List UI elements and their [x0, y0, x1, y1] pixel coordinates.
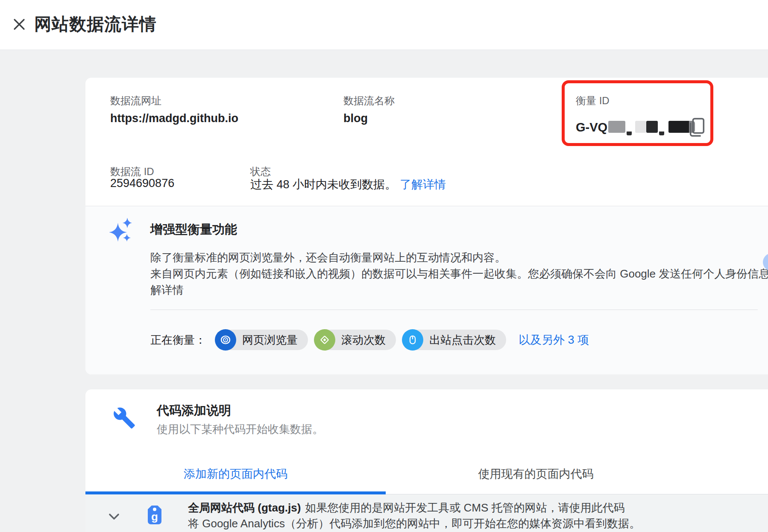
- gtag-expander-row[interactable]: g 全局网站代码 (gtag.js)如果您使用的是网站开发工具或 CMS 托管的…: [85, 494, 768, 532]
- badge-label: 出站点击次数: [429, 333, 496, 348]
- gtag-icon: g: [148, 506, 161, 524]
- outbound-click-icon: [402, 329, 423, 351]
- copy-icon[interactable]: [687, 117, 706, 138]
- badge-pageviews: 网页浏览量: [215, 330, 308, 350]
- redaction-box: [608, 121, 625, 133]
- tagging-subtitle: 使用以下某种代码开始收集数据。: [157, 422, 323, 437]
- stream-id-value: 2594690876: [110, 177, 174, 190]
- stream-details-card: 数据流网址 https://madgd.github.io 数据流名称 blog…: [85, 78, 768, 374]
- tagging-instructions-card: 代码添加说明 使用以下某种代码开始收集数据。 添加新的页面内代码 使用现有的页面…: [85, 389, 768, 532]
- enhanced-description-line2: 来自网页内元素（例如链接和嵌入的视频）的数据可以与相关事件一起收集。您必须确保不…: [150, 266, 768, 281]
- stream-name-label: 数据流名称: [343, 94, 395, 108]
- badge-outbound-clicks: 出站点击次数: [402, 330, 506, 350]
- active-tab-indicator: [85, 491, 386, 494]
- enhanced-description-line1: 除了衡量标准的网页浏览量外，还会自动衡量网站上的互动情况和内容。: [150, 250, 506, 265]
- redaction-box: [646, 121, 658, 133]
- status-value: 过去 48 小时内未收到数据。了解详情: [250, 177, 446, 192]
- page-title: 网站数据流详情: [34, 0, 157, 50]
- redaction-box: [668, 121, 689, 133]
- chevron-down-icon[interactable]: [108, 513, 120, 520]
- tab-use-existing-onpage-tag[interactable]: 使用现有的页面内代码: [386, 453, 686, 494]
- redacted-glyph-fragment: [627, 132, 632, 135]
- stream-url-label: 数据流网址: [110, 94, 161, 108]
- measuring-label: 正在衡量：: [150, 333, 206, 348]
- gtag-description-line1: 全局网站代码 (gtag.js)如果您使用的是网站开发工具或 CMS 托管的网站…: [188, 500, 640, 516]
- redacted-glyph-fragment: [659, 132, 664, 135]
- status-text: 过去 48 小时内未收到数据。: [250, 178, 396, 191]
- more-items-link[interactable]: 以及另外 3 项: [519, 332, 589, 348]
- gtag-description: 全局网站代码 (gtag.js)如果您使用的是网站开发工具或 CMS 托管的网站…: [188, 500, 640, 532]
- divider: [150, 310, 758, 310]
- tab-add-new-onpage-tag[interactable]: 添加新的页面内代码: [85, 453, 386, 494]
- dialog-header: 网站数据流详情: [0, 0, 768, 50]
- tagging-tabs: 添加新的页面内代码 使用现有的页面内代码: [85, 453, 686, 494]
- measurement-id-value: G-VQ: [576, 119, 695, 136]
- badge-label: 网页浏览量: [242, 333, 298, 348]
- status-learn-more-link[interactable]: 了解详情: [400, 178, 446, 191]
- tagging-title: 代码添加说明: [157, 402, 231, 419]
- stream-name-value: blog: [343, 112, 368, 125]
- wrench-icon: [113, 406, 136, 430]
- measuring-row: 正在衡量： 网页浏览量 滚动次数: [150, 329, 589, 351]
- scroll-icon: [314, 329, 335, 351]
- close-icon[interactable]: [11, 16, 27, 32]
- stream-url-value: https://madgd.github.io: [110, 112, 238, 125]
- badge-label: 滚动次数: [341, 333, 386, 348]
- redaction-box: [635, 121, 646, 133]
- badge-scrolls: 滚动次数: [314, 330, 396, 350]
- enhanced-measurement-title: 增强型衡量功能: [150, 221, 237, 238]
- sparkle-icon: [109, 217, 135, 243]
- pageview-eye-icon: [215, 329, 236, 351]
- measurement-id-prefix: G-VQ: [576, 119, 607, 136]
- gtag-description-line2: 将 Google Analytics（分析）代码添加到您的网站中，即可开始在您的…: [188, 516, 640, 532]
- enhanced-learn-more-link[interactable]: 解详情: [150, 283, 184, 297]
- gtag-heading: 全局网站代码 (gtag.js): [188, 501, 301, 514]
